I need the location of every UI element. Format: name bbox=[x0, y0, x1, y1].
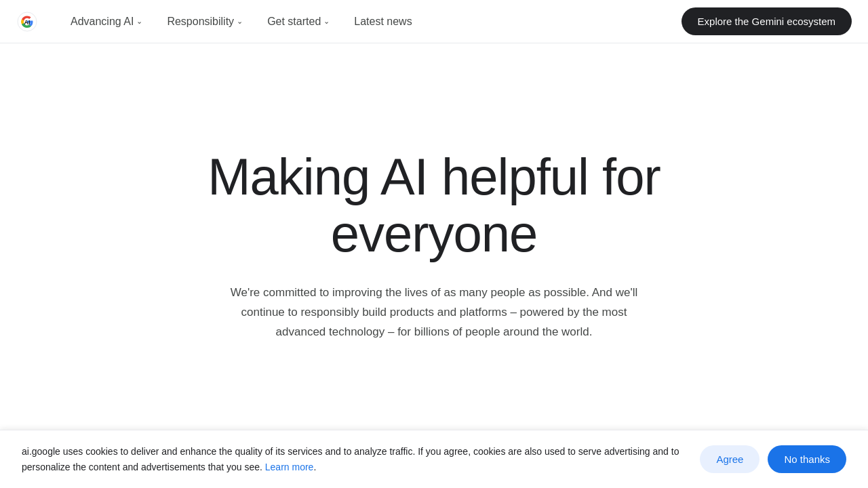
hero-subtitle: We're committed to improving the lives o… bbox=[224, 283, 644, 342]
chevron-down-icon: ⌄ bbox=[237, 17, 243, 26]
chevron-down-icon: ⌄ bbox=[136, 17, 142, 26]
google-ai-logo-icon: AI bbox=[16, 11, 38, 33]
nav-latest-news[interactable]: Latest news bbox=[343, 10, 422, 33]
svg-text:AI: AI bbox=[24, 19, 31, 26]
navbar: AI Advancing AI ⌄ Responsibility ⌄ Get s… bbox=[0, 0, 868, 43]
explore-gemini-button[interactable]: Explore the Gemini ecosystem bbox=[682, 7, 852, 35]
nav-links: Advancing AI ⌄ Responsibility ⌄ Get star… bbox=[60, 10, 682, 33]
nav-responsibility[interactable]: Responsibility ⌄ bbox=[156, 10, 254, 33]
nav-advancing-ai[interactable]: Advancing AI ⌄ bbox=[60, 10, 153, 33]
hero-title: Making AI helpful for everyone bbox=[129, 148, 739, 262]
nav-get-started[interactable]: Get started ⌄ bbox=[256, 10, 340, 33]
cookie-actions: Agree No thanks bbox=[700, 445, 846, 473]
chevron-down-icon: ⌄ bbox=[323, 17, 330, 26]
agree-button[interactable]: Agree bbox=[700, 445, 760, 473]
cookie-message: ai.google uses cookies to deliver and en… bbox=[22, 444, 684, 474]
hero-section: Making AI helpful for everyone We're com… bbox=[0, 43, 868, 434]
learn-more-link[interactable]: Learn more bbox=[265, 462, 314, 472]
logo-link[interactable]: AI bbox=[16, 11, 38, 33]
cookie-banner: ai.google uses cookies to deliver and en… bbox=[0, 430, 868, 488]
no-thanks-button[interactable]: No thanks bbox=[768, 445, 846, 473]
